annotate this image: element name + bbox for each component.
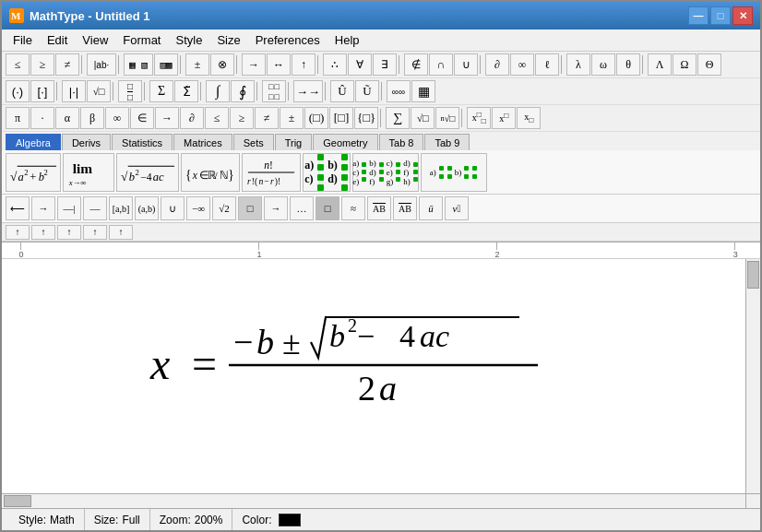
tb-pi[interactable]: π [6,107,30,129]
tb-matrix-tmpl[interactable]: □□□□ [262,80,286,102]
tb-theta[interactable]: θ [616,53,640,76]
tb-Lambda[interactable]: Λ [648,53,672,76]
tb-dot[interactable]: · [30,107,54,129]
tb-leftrightarrow[interactable]: ↔ [267,53,291,76]
tmpl-grey-box[interactable]: □ [316,196,339,220]
tmpl-dash-line[interactable]: — [83,196,107,220]
tb-exists[interactable]: ∃ [373,53,397,76]
tb-neq2[interactable]: ≠ [255,107,279,129]
tb-bracket2[interactable]: [□] [329,107,353,129]
tmpl-vec-v[interactable]: v⃗ [445,196,469,220]
tb-tilde-tmpl[interactable]: Ũ [355,80,379,102]
close-button[interactable]: ✕ [732,6,753,25]
tb-sigma-tmpl[interactable]: Σ [149,80,173,102]
tb-abs-tmpl[interactable]: |·| [62,80,86,102]
tb-grid-tmpl[interactable]: ▦ [411,80,435,102]
tb-beta[interactable]: β [80,107,104,129]
menu-preferences[interactable]: Preferences [248,31,327,49]
tmpl-limit[interactable]: lim x→∞ [63,153,114,192]
tmpl-dot-grid[interactable]: a) b) [421,153,487,192]
menu-help[interactable]: Help [327,31,367,49]
tmpl-dots[interactable]: … [290,196,314,220]
tmpl-ray-AB[interactable]: AB [393,196,417,220]
tb-super-sub[interactable]: x□□ [467,107,491,129]
tmpl-combination[interactable]: n ! r !( n − r )! [242,153,301,192]
tmpl-union[interactable]: ∪ [161,196,185,220]
tab-matrices[interactable]: Matrices [173,134,232,150]
tb-leq2[interactable]: ≤ [205,107,229,129]
tmpl-neg-infty[interactable]: −∞ [186,196,210,220]
tb-brace[interactable]: {□} [354,107,378,129]
tb-otimes[interactable]: ⊗ [210,53,234,76]
tmpl-interval2[interactable]: (a,b) [135,196,159,220]
tab-8[interactable]: Tab 8 [379,134,424,150]
ruler-tab-4[interactable]: ↑ [83,225,107,240]
tb-geq2[interactable]: ≥ [230,107,254,129]
tb-leq[interactable]: ≤ [6,53,30,76]
tmpl-sqrt-sum[interactable]: √ a 2 + b 2 [6,153,61,192]
tb-pm2[interactable]: ± [280,107,304,129]
tb-ooo-tmpl[interactable]: ∞∞ [387,80,411,102]
tmpl-interval1[interactable]: [a,b] [109,196,133,220]
tb-fence1[interactable]: ▦ ▧ [124,53,153,76]
tmpl-short-dash[interactable]: —| [57,196,81,220]
tab-sets[interactable]: Sets [233,134,274,150]
horizontal-scrollbar[interactable] [2,493,745,508]
tb-text-style[interactable]: |ab· [87,53,116,76]
tab-trig[interactable]: Trig [275,134,313,150]
tab-derivs[interactable]: Derivs [62,134,111,150]
tb-Omega[interactable]: Ω [673,53,697,76]
tab-geometry[interactable]: Geometry [313,134,377,150]
tb-sub[interactable]: x□ [517,107,541,129]
tb-sigma2-tmpl[interactable]: Σ̃ [174,80,198,102]
tb-hat-tmpl[interactable]: Û [330,80,354,102]
tb-Theta2[interactable]: Θ [697,53,721,76]
tb-super[interactable]: x□ [492,107,516,129]
horizontal-scroll-thumb[interactable] [4,495,31,507]
tmpl-list-abcd-small[interactable]: a)c)e) b)d)f) [352,153,419,192]
ruler-tab-1[interactable]: ↑ [6,225,30,240]
menu-view[interactable]: View [75,31,115,49]
tb-lambda[interactable]: λ [566,53,590,76]
maximize-button[interactable]: □ [710,6,731,25]
tb-infty[interactable]: ∞ [510,53,534,76]
tmpl-approx[interactable]: ≈ [341,196,365,220]
tb-partial2[interactable]: ∂ [180,107,204,129]
tb-neq[interactable]: ≠ [55,53,79,76]
tmpl-segment-AB[interactable]: AB [367,196,391,220]
menu-style[interactable]: Style [168,31,209,49]
tb-notin[interactable]: ∉ [404,53,428,76]
tb-arrow-right-tmpl[interactable]: →→ [293,80,323,102]
tb-paren2[interactable]: (□) [304,107,328,129]
tb-frac-tmpl[interactable]: □□ [118,80,142,102]
tmpl-arrow2[interactable]: → [31,196,55,220]
minimize-button[interactable]: — [688,6,708,25]
tab-9[interactable]: Tab 9 [424,134,470,150]
tmpl-sqrt2-sym[interactable]: √2 [212,196,236,220]
tb-ell[interactable]: ℓ [535,53,559,76]
tb-paren-tmpl[interactable]: (·) [6,80,30,102]
tmpl-sqrt-expr[interactable]: √ b 2 −4 ac [116,153,179,192]
tb-partial[interactable]: ∂ [485,53,509,76]
tb-sum2[interactable]: ∑ [386,107,410,129]
vertical-scroll-thumb[interactable] [747,261,759,289]
tb-uparrow[interactable]: ↑ [292,53,316,76]
menu-edit[interactable]: Edit [40,31,75,49]
tb-cap[interactable]: ∩ [429,53,453,76]
menu-format[interactable]: Format [115,31,168,49]
tab-statistics[interactable]: Statistics [112,134,173,150]
tb-alpha[interactable]: α [55,107,79,129]
tb-infty2[interactable]: ∞ [105,107,129,129]
menu-file[interactable]: File [6,31,40,49]
ruler-tab-3[interactable]: ↑ [57,225,81,240]
tmpl-neg-arrow[interactable]: ⟵ [6,196,30,220]
tb-cup[interactable]: ∪ [454,53,478,76]
tab-algebra[interactable]: Algebra [6,134,61,150]
tb-forall[interactable]: ∀ [348,53,372,76]
ruler-tab-2[interactable]: ↑ [31,225,55,240]
tb-sqrt2[interactable]: √□ [411,107,435,129]
tb-fence2[interactable]: ▨▩ [154,53,178,76]
tmpl-vec-u[interactable]: ū [419,196,443,220]
tb-contour-tmpl[interactable]: ∮ [231,80,255,102]
tb-geq[interactable]: ≥ [30,53,54,76]
